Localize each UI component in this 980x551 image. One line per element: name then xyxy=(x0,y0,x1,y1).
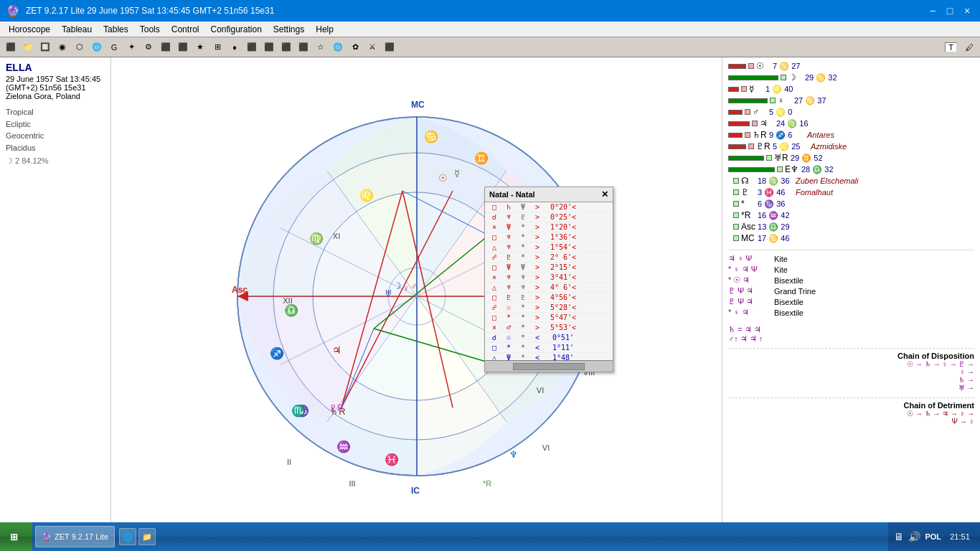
aspect-row[interactable]: × ♂ * > 5°53'< xyxy=(485,323,613,333)
aspect-row[interactable]: □ * * > 5°47'< xyxy=(485,313,613,323)
aspect-row[interactable]: × Ψ * > 1°20'< xyxy=(485,222,613,232)
menu-tools[interactable]: Tools xyxy=(134,23,166,36)
aspect-row[interactable]: △ Ψ * < 1°48' xyxy=(485,353,613,360)
planet-position: 6 ♑ 36 xyxy=(758,199,793,209)
aspect-row[interactable]: □ Ψ Ψ > 2°15'< xyxy=(485,263,613,273)
pattern-symbols: ♇ Ψ ♃ xyxy=(728,297,771,306)
menu-tables[interactable]: Tables xyxy=(98,23,134,36)
pattern-row: ♇ Ψ ♃ Bisextile xyxy=(728,296,974,307)
planet-indicator xyxy=(748,143,754,149)
toolbar-btn-8[interactable]: ✦ xyxy=(123,39,139,55)
pattern-symbols: ♇ Ψ ♃ xyxy=(728,286,771,296)
aspect-row[interactable]: □ ♇ ♇ > 4°56'< xyxy=(485,293,613,303)
aspect-row[interactable]: △ ♆ ♆ > 4° 6'< xyxy=(485,283,613,293)
aspect-table-body[interactable]: □ ♄ Ψ > 0°20'< ☌ ♆ ♇ > 0°25'< × Ψ * > 1°… xyxy=(485,202,613,360)
pattern-symbols: * ♀ ♃ xyxy=(728,308,771,317)
planet-indicator xyxy=(752,121,758,126)
toolbar-btn-10[interactable]: ⬛ xyxy=(158,39,174,55)
aspect-row[interactable]: □ ♄ Ψ > 0°20'< xyxy=(485,202,613,212)
menu-help[interactable]: Help xyxy=(310,23,339,36)
planet-position: 29 ♋ 32 xyxy=(805,73,841,83)
chain-disp-title: Chain of Disposition xyxy=(728,352,974,360)
patterns-section: ♃ ♀ Ψ Kite * ♀ ♃ Ψ Kite * ☉ ♃ Bisextile … xyxy=(728,250,974,318)
taskbar-zet-app[interactable]: 🔮 ZET 9.2.17 Lite xyxy=(35,526,115,547)
pattern-name: Kite xyxy=(774,265,788,274)
toolbar-btn-19[interactable]: ☆ xyxy=(313,39,329,55)
chart-area: XI XII II III VI VIII IX VIII VI V Asc D… xyxy=(111,57,722,528)
aspect-row[interactable]: ☌ ♆ ♇ > 0°25'< xyxy=(485,212,613,222)
pattern-symbols: * ☉ ♃ xyxy=(728,276,771,285)
planet-bar xyxy=(728,87,739,92)
sign-gemini: ♊ xyxy=(474,151,489,165)
aspect-row[interactable]: □ ♆ * > 1°36'< xyxy=(485,232,613,242)
planet-position: 5 ♌ 25 xyxy=(773,142,809,151)
toolbar-btn-15[interactable]: ⬛ xyxy=(244,39,260,55)
toolbar-btn-18[interactable]: ⬛ xyxy=(296,39,311,55)
menu-horoscope[interactable]: Horoscope xyxy=(3,23,56,36)
planet-symbol: Asc xyxy=(741,222,755,232)
tray-volume: 🔊 xyxy=(908,531,920,542)
toolbar-btn-21[interactable]: ✿ xyxy=(347,39,363,55)
planet-symbol: *R xyxy=(741,210,755,220)
planet-position: 13 ♎ 29 xyxy=(758,222,793,232)
chain-disp-row1: ☉ → ♄ → ♀ → ♇ → xyxy=(728,360,974,368)
chain-det-title: Chain of Detriment xyxy=(728,401,974,410)
aspect-table-header: Natal - Natal ✕ xyxy=(485,187,613,202)
toolbar-btn-6[interactable]: 🌐 xyxy=(89,39,105,55)
toolbar-btn-14[interactable]: ♦ xyxy=(227,39,242,55)
aspect-row[interactable]: ☍ ♇ * > 2° 6'< xyxy=(485,253,613,263)
chain-detriment: Chain of Detriment ☉ → ♄ → ♃ → ♀ → Ψ → ♀ xyxy=(728,397,974,425)
toolbar-btn-2[interactable]: 📁 xyxy=(20,39,36,55)
toolbar-btn-17[interactable]: ⬛ xyxy=(278,39,294,55)
toolbar-btn-5[interactable]: ⬡ xyxy=(72,39,88,55)
pattern-symbols: ♃ ♀ Ψ xyxy=(728,254,771,263)
aspect-row[interactable]: × ♆ ♆ > 3°41'< xyxy=(485,273,613,283)
planet-indicator xyxy=(741,86,747,92)
aspect-row[interactable]: △ ♆ * > 1°54'< xyxy=(485,242,613,253)
menu-settings[interactable]: Settings xyxy=(268,23,310,36)
toolbar-btn-23[interactable]: ⬛ xyxy=(382,39,397,55)
toolbar-btn-16[interactable]: ⬛ xyxy=(261,39,277,55)
maximize-button[interactable]: □ xyxy=(943,4,957,18)
house-vi-b: VI xyxy=(536,386,543,395)
toolbar-btn-7[interactable]: G xyxy=(106,39,122,55)
planet-bar-empty xyxy=(728,213,731,218)
ic-label: IC xyxy=(411,486,420,496)
toolbar-btn-9[interactable]: ⚙ xyxy=(141,39,156,55)
aspect-row[interactable]: □ * * < 1°11' xyxy=(485,343,613,353)
aspect-row[interactable]: ☌ ☉ * < 0°51' xyxy=(485,333,613,343)
planet-row: ♃24 ♍ 16 xyxy=(728,118,974,129)
quicklaunch-folder[interactable]: 📁 xyxy=(138,528,156,545)
close-button[interactable]: × xyxy=(960,4,974,18)
mc-label: MC xyxy=(411,100,425,110)
planet-position: 24 ♍ 16 xyxy=(776,119,812,128)
pattern-name: Bisextile xyxy=(774,298,804,306)
aspect-scrollbar-thumb[interactable] xyxy=(513,363,585,370)
house-xi: XI xyxy=(332,232,339,240)
planet-symbol: ☊ xyxy=(741,176,755,186)
toolbar-btn-4[interactable]: ◉ xyxy=(55,39,70,55)
planet-indicator xyxy=(733,178,739,184)
minimize-button[interactable]: − xyxy=(925,4,940,18)
toolbar-btn-end[interactable]: 🖊 xyxy=(961,39,977,55)
aspect-row[interactable]: ☍ ☉ * > 5°28'< xyxy=(485,303,613,313)
toolbar-btn-1[interactable]: ⬛ xyxy=(3,39,19,55)
aspect-table-close-button[interactable]: ✕ xyxy=(601,189,608,199)
start-button[interactable]: ⊞ xyxy=(0,522,32,551)
toolbar-btn-3[interactable]: 🔲 xyxy=(37,39,53,55)
toolbar-btn-20[interactable]: 🌐 xyxy=(330,39,346,55)
toolbar-btn-11[interactable]: ⬛ xyxy=(175,39,191,55)
toolbar-btn-22[interactable]: ⚔ xyxy=(364,39,380,55)
toolbar-btn-12[interactable]: ★ xyxy=(192,39,208,55)
planet-uranus: ♅ xyxy=(384,288,392,298)
pattern-name: Bisextile xyxy=(774,276,804,285)
title-bar: 🔮 ZET 9.2.17 Lite 29 June 1957 Sat 13:45… xyxy=(0,0,980,22)
taskbar-app-label: ZET 9.2.17 Lite xyxy=(55,532,108,541)
menu-tableau[interactable]: Tableau xyxy=(56,23,98,36)
sign-virgo: ♍ xyxy=(309,232,324,245)
planet-row: ☽29 ♋ 32 xyxy=(728,72,974,83)
quicklaunch-ie[interactable]: 🌐 xyxy=(119,528,136,545)
menu-configuration[interactable]: Configuration xyxy=(204,23,267,36)
toolbar-btn-13[interactable]: ⊞ xyxy=(209,39,225,55)
menu-control[interactable]: Control xyxy=(166,23,205,36)
